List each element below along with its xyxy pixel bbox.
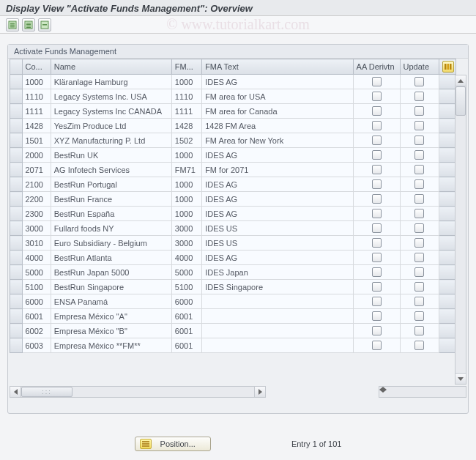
checkbox-update[interactable] xyxy=(414,150,424,160)
checkbox-update[interactable] xyxy=(414,106,424,116)
checkbox-update[interactable] xyxy=(414,136,424,145)
scroll-up-button[interactable] xyxy=(455,75,466,86)
table-row[interactable]: 2000BestRun UK1000IDES AG xyxy=(10,148,456,163)
scroll-right-button[interactable] xyxy=(254,387,265,397)
checkbox-aa[interactable] xyxy=(372,253,382,262)
row-selector[interactable] xyxy=(10,192,23,207)
checkbox-update[interactable] xyxy=(414,223,424,233)
table-row[interactable]: 2300BestRun España1000IDES AG xyxy=(10,207,456,221)
hscroll-thumb[interactable]: ::: xyxy=(21,387,72,397)
scroll-right-button-2[interactable] xyxy=(383,387,387,397)
checkbox-aa[interactable] xyxy=(372,77,382,86)
checkbox-aa[interactable] xyxy=(372,121,382,130)
row-selector[interactable] xyxy=(10,236,23,251)
row-selector[interactable] xyxy=(10,89,23,104)
checkbox-aa[interactable] xyxy=(372,106,382,116)
table-row[interactable]: 1501XYZ Manufacturing P. Ltd1502FM Area … xyxy=(10,133,456,148)
checkbox-aa[interactable] xyxy=(372,209,382,218)
checkbox-update[interactable] xyxy=(414,311,424,321)
table-row[interactable]: 1110Legacy Systems Inc. USA1110FM area f… xyxy=(10,89,456,104)
table-row[interactable]: 6000ENSA Panamá6000 xyxy=(10,294,456,309)
row-selector[interactable] xyxy=(10,207,23,221)
toolbar-btn-collapse-all[interactable] xyxy=(22,18,35,31)
table-row[interactable]: 4000BestRun Atlanta4000IDES AG xyxy=(10,251,456,265)
checkbox-aa[interactable] xyxy=(372,326,382,335)
row-selector[interactable] xyxy=(10,177,23,192)
row-selector[interactable] xyxy=(10,338,23,353)
row-selector[interactable] xyxy=(10,280,23,294)
configure-columns-icon[interactable] xyxy=(442,61,454,73)
table-row[interactable]: 1428YesZim Produce Ltd14281428 FM Area xyxy=(10,119,456,133)
row-selector[interactable] xyxy=(10,324,23,338)
hscroll-track[interactable]: ::: xyxy=(21,387,254,397)
scroll-thumb[interactable] xyxy=(455,86,466,116)
checkbox-update[interactable] xyxy=(414,326,424,335)
checkbox-update[interactable] xyxy=(414,209,424,218)
checkbox-aa[interactable] xyxy=(372,297,382,306)
position-button[interactable]: Position... xyxy=(135,437,211,451)
checkbox-aa[interactable] xyxy=(372,92,382,101)
table-row[interactable]: 2071AG Infotech ServicesFM71FM for 2071 xyxy=(10,163,456,177)
checkbox-update[interactable] xyxy=(414,253,424,262)
row-selector[interactable] xyxy=(10,75,23,89)
checkbox-update[interactable] xyxy=(414,121,424,130)
row-selector[interactable] xyxy=(10,133,23,148)
table-row[interactable]: 5000BestRun Japan 50005000IDES Japan xyxy=(10,265,456,280)
scroll-left-button[interactable] xyxy=(10,387,21,397)
checkbox-aa[interactable] xyxy=(372,194,382,204)
col-header-update[interactable]: Update xyxy=(400,59,439,75)
vertical-scrollbar[interactable] xyxy=(455,75,466,385)
horizontal-scrollbar-right[interactable] xyxy=(379,386,466,398)
checkbox-update[interactable] xyxy=(414,179,424,189)
checkbox-update[interactable] xyxy=(414,341,424,350)
row-selector[interactable] xyxy=(10,265,23,280)
checkbox-aa[interactable] xyxy=(372,238,382,248)
col-header-config[interactable] xyxy=(439,59,456,75)
col-header-name[interactable]: Name xyxy=(51,59,171,75)
col-header-fm[interactable]: FM... xyxy=(171,59,201,75)
table-row[interactable]: 5100BestRun Singapore5100IDES Singapore xyxy=(10,280,456,294)
row-selector[interactable] xyxy=(10,119,23,133)
checkbox-aa[interactable] xyxy=(372,341,382,350)
checkbox-aa[interactable] xyxy=(372,282,382,292)
checkbox-update[interactable] xyxy=(414,238,424,248)
row-selector[interactable] xyxy=(10,251,23,265)
checkbox-aa[interactable] xyxy=(372,136,382,145)
table-row[interactable]: 3010Euro Subsidiary - Belgium3000IDES US xyxy=(10,236,456,251)
row-selector[interactable] xyxy=(10,309,23,324)
table-row[interactable]: 2200BestRun France1000IDES AG xyxy=(10,192,456,207)
row-selector[interactable] xyxy=(10,163,23,177)
horizontal-scrollbar-left[interactable]: ::: xyxy=(10,386,266,398)
row-selector[interactable] xyxy=(10,221,23,236)
row-selector[interactable] xyxy=(10,148,23,163)
checkbox-update[interactable] xyxy=(414,194,424,204)
checkbox-update[interactable] xyxy=(414,77,424,86)
checkbox-update[interactable] xyxy=(414,92,424,101)
checkbox-update[interactable] xyxy=(414,297,424,306)
checkbox-aa[interactable] xyxy=(372,179,382,189)
toolbar-btn-expand-all[interactable] xyxy=(6,18,19,31)
col-header-fmatext[interactable]: FMA Text xyxy=(202,59,353,75)
table-row[interactable]: 1111Legacy Systems Inc CANADA1111FM area… xyxy=(10,104,456,119)
checkbox-aa[interactable] xyxy=(372,165,382,174)
toolbar-btn-select-block[interactable] xyxy=(38,18,51,31)
table-row[interactable]: 6002Empresa México "B"6001 xyxy=(10,324,456,338)
checkbox-aa[interactable] xyxy=(372,223,382,233)
col-header-aa[interactable]: AA Derivtn xyxy=(353,59,400,75)
table-row[interactable]: 3000Fullard foods NY3000IDES US xyxy=(10,221,456,236)
row-selector[interactable] xyxy=(10,294,23,309)
checkbox-update[interactable] xyxy=(414,267,424,277)
checkbox-update[interactable] xyxy=(414,165,424,174)
checkbox-aa[interactable] xyxy=(372,311,382,321)
checkbox-aa[interactable] xyxy=(372,267,382,277)
col-header-code[interactable]: Co... xyxy=(22,59,51,75)
row-selector-header[interactable] xyxy=(10,59,23,75)
scroll-track[interactable] xyxy=(455,86,466,373)
table-row[interactable]: 6003Empresa México **FM**6001 xyxy=(10,338,456,353)
row-selector[interactable] xyxy=(10,104,23,119)
table-row[interactable]: 2100BestRun Portugal1000IDES AG xyxy=(10,177,456,192)
checkbox-aa[interactable] xyxy=(372,150,382,160)
checkbox-update[interactable] xyxy=(414,282,424,292)
table-row[interactable]: 6001Empresa México "A"6001 xyxy=(10,309,456,324)
table-row[interactable]: 1000Kläranlage Hamburg1000IDES AG xyxy=(10,75,456,89)
